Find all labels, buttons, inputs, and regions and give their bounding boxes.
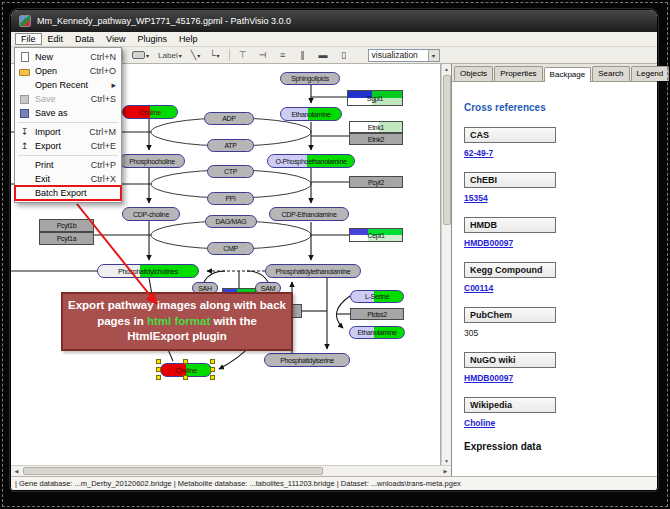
- menubar-item-help[interactable]: Help: [173, 33, 204, 45]
- align-left-icon[interactable]: ▯: [337, 49, 351, 62]
- node-label: Pcyt2: [368, 179, 384, 186]
- reference-id-link[interactable]: Choline: [464, 418, 649, 428]
- align-center-vertical-icon[interactable]: ⊣: [256, 49, 270, 62]
- chevron-down-icon: ▾: [197, 52, 200, 59]
- menu-item-save[interactable]: SaveCtrl+S: [15, 92, 121, 106]
- selection-handle[interactable]: [156, 359, 161, 364]
- menu-item-open[interactable]: OpenCtrl+O: [15, 64, 121, 78]
- canvas-horizontal-scrollbar[interactable]: ◀ ▶: [11, 465, 451, 476]
- pathway-node-adp[interactable]: ADP: [204, 112, 254, 125]
- menubar-item-data[interactable]: Data: [69, 33, 100, 45]
- label-tool-button[interactable]: Label ▾: [155, 49, 185, 62]
- node-label: SAM: [261, 285, 275, 292]
- pathway-node-l-serine[interactable]: L-Serine: [350, 290, 404, 303]
- pathway-node-cept1[interactable]: Cept1: [349, 228, 403, 242]
- pathway-node-sgpl1[interactable]: Sgpl1: [347, 90, 403, 106]
- distribute-rows-icon[interactable]: ≡: [276, 49, 290, 62]
- chevron-down-icon[interactable]: ▾: [428, 50, 439, 61]
- status-text: | Gene database: ...m_Derby_20120602.bri…: [15, 479, 461, 488]
- pathway-node-sphingolipids[interactable]: Sphingolipids: [280, 72, 340, 85]
- selection-handle[interactable]: [210, 375, 215, 380]
- menu-item-exit[interactable]: ExitCtrl+X: [15, 172, 121, 186]
- pathway-node-ethanolamine[interactable]: Ethanolamine: [349, 326, 405, 339]
- tab-legend[interactable]: Legend: [631, 66, 670, 81]
- vertical-scroll-thumb[interactable]: [443, 75, 451, 225]
- visualization-combobox[interactable]: visualization ▾: [368, 49, 440, 62]
- menubar-item-file[interactable]: File: [15, 33, 42, 45]
- pathway-node-o-phosphoethanolamine[interactable]: O-Phosphoethanolamine: [267, 154, 355, 168]
- pathway-node-phosphocholine[interactable]: Phosphocholine: [119, 154, 185, 168]
- distribute-columns-icon[interactable]: ∥: [296, 49, 310, 62]
- pathway-node-ctp[interactable]: CTP: [207, 165, 254, 178]
- node-label: PPi: [226, 195, 236, 202]
- selection-handle[interactable]: [210, 367, 215, 372]
- node-label: Pcyt1b: [57, 222, 77, 229]
- title-bar[interactable]: Mm_Kennedy_pathway_WP1771_45176.gpml - P…: [11, 10, 657, 32]
- pathway-node-ptdss2[interactable]: Ptdss2: [350, 308, 404, 320]
- reference-id-link[interactable]: 62-49-7: [464, 148, 649, 158]
- node-label: Sphingolipids: [291, 75, 329, 82]
- menu-item-label: Print: [35, 160, 86, 170]
- menu-item-label: Save: [35, 94, 86, 104]
- menu-item-open-recent[interactable]: Open Recent▸: [15, 78, 121, 92]
- canvas-vertical-scrollbar[interactable]: ▲ ▼: [441, 64, 451, 465]
- scroll-left-icon[interactable]: ◀: [12, 467, 21, 476]
- selection-handle[interactable]: [210, 359, 215, 364]
- connector-tool-button[interactable]: └ ▾: [206, 49, 222, 62]
- scroll-down-icon[interactable]: ▼: [442, 456, 451, 465]
- pathway-node-ethanolamine[interactable]: Ethanolamine: [280, 107, 342, 121]
- align-bottom-icon[interactable]: ▬: [316, 49, 331, 62]
- callout-line2-pre: pages in: [97, 315, 147, 327]
- pathway-node-etnk1[interactable]: Etnk1: [349, 121, 403, 133]
- menubar-item-view[interactable]: View: [100, 33, 131, 45]
- menu-item-shortcut: Ctrl+O: [90, 66, 116, 76]
- selection-handle[interactable]: [183, 375, 188, 380]
- menu-item-batch-export[interactable]: Batch Export: [15, 186, 121, 200]
- reference-id-text: 305: [464, 328, 649, 338]
- tab-objects[interactable]: Objects: [454, 66, 493, 81]
- gene-product-tool-button[interactable]: ▾: [129, 49, 152, 62]
- tab-search[interactable]: Search: [592, 66, 629, 81]
- alignment-buttons: ⊤⊣≡∥▬▯: [236, 49, 351, 62]
- pathvisio-window: Mm_Kennedy_pathway_WP1771_45176.gpml - P…: [10, 9, 658, 491]
- tab-properties[interactable]: Properties: [494, 66, 542, 81]
- import-icon: ↧: [19, 127, 30, 138]
- menubar-item-plugins[interactable]: Plugins: [131, 33, 173, 45]
- pathway-node-phosphatidylcholines[interactable]: Phosphatidylcholines: [97, 264, 199, 278]
- align-center-horizontal-icon[interactable]: ⊤: [236, 49, 250, 62]
- pathway-node-cmp[interactable]: CMP: [207, 242, 254, 255]
- reference-id-link[interactable]: C00114: [464, 283, 649, 293]
- pathway-node-phosphatidylethanolamine[interactable]: Phosphatidylethanolamine: [265, 264, 361, 278]
- reference-id-link[interactable]: 15354: [464, 193, 649, 203]
- reference-id-link[interactable]: HMDB00097: [464, 238, 649, 248]
- line-tool-button[interactable]: ╲ ▾: [188, 49, 203, 62]
- menu-item-print[interactable]: PrintCtrl+P: [15, 158, 121, 172]
- menubar-item-edit[interactable]: Edit: [42, 33, 70, 45]
- horizontal-scroll-thumb[interactable]: [23, 467, 323, 475]
- tab-backpage[interactable]: Backpage: [544, 67, 592, 82]
- pathway-node-atp[interactable]: ATP: [207, 139, 254, 152]
- menu-item-new[interactable]: NewCtrl+N: [15, 50, 121, 64]
- selection-handle[interactable]: [156, 375, 161, 380]
- pathway-node-ppi[interactable]: PPi: [207, 192, 254, 205]
- selection-handle[interactable]: [156, 367, 161, 372]
- pathway-node-choline[interactable]: Choline: [122, 105, 178, 119]
- reference-id-link[interactable]: HMDB00097: [464, 373, 649, 383]
- pathway-node-dag-mag[interactable]: DAG/MAG: [205, 215, 257, 228]
- menu-item-save-as[interactable]: Save as: [15, 106, 121, 120]
- pathway-node-cdp-ethanolamine[interactable]: CDP-Ethanolamine: [269, 207, 349, 221]
- menu-item-import[interactable]: ↧ImportCtrl+M: [15, 125, 121, 139]
- scroll-right-icon[interactable]: ▶: [441, 467, 450, 476]
- menu-item-export[interactable]: ↥ExportCtrl+E: [15, 139, 121, 153]
- pathway-node-etnk2[interactable]: Etnk2: [349, 133, 403, 145]
- selection-handle[interactable]: [183, 359, 188, 364]
- menu-item-shortcut: Ctrl+P: [91, 160, 116, 170]
- menu-item-shortcut: Ctrl+X: [91, 174, 116, 184]
- pathway-node-phosphatidylserine[interactable]: Phosphatidylserine: [264, 353, 350, 367]
- menu-item-shortcut: Ctrl+E: [91, 141, 116, 151]
- pathway-node-cdp-choline[interactable]: CDP-choline: [122, 207, 180, 221]
- pathway-node-pcyt1b[interactable]: Pcyt1b: [39, 219, 94, 232]
- pathway-node-pcyt2[interactable]: Pcyt2: [349, 176, 403, 188]
- scroll-up-icon[interactable]: ▲: [442, 64, 451, 73]
- pathway-node-pcyt1a[interactable]: Pcyt1a: [39, 232, 94, 245]
